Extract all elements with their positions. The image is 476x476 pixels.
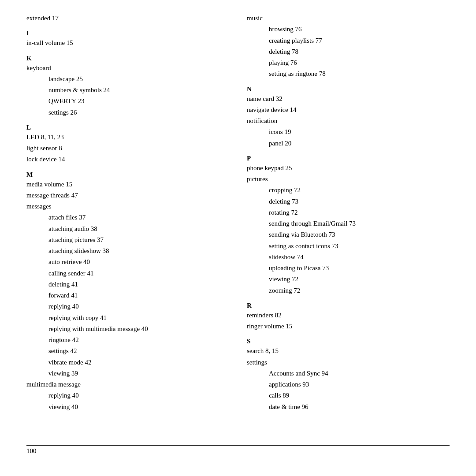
main-term: music — [247, 13, 450, 23]
page-container: extended 17Iin-call volume 15Kkeyboardla… — [0, 0, 476, 476]
sub-term: date & time 96 — [247, 402, 450, 412]
section-letter: N — [247, 86, 450, 93]
sub-term: ringtone 42 — [26, 335, 229, 345]
sub-term: vibrate mode 42 — [26, 357, 229, 368]
sub-term: sending via Bluetooth 73 — [247, 230, 450, 240]
sub-term: zooming 72 — [247, 286, 450, 296]
section-letter: M — [26, 171, 229, 178]
main-term: notification — [247, 116, 450, 126]
sub-term: replying with copy 41 — [26, 313, 229, 323]
sub-term: browsing 76 — [247, 24, 450, 34]
sub-term: replying 40 — [26, 301, 229, 312]
main-term: message threads 47 — [26, 190, 229, 201]
sub-term: setting as contact icons 73 — [247, 241, 450, 251]
sub-term: calls 89 — [247, 390, 450, 401]
sub-term: viewing 40 — [26, 402, 229, 412]
main-term: name card 32 — [247, 94, 450, 104]
sub-term: applications 93 — [247, 379, 450, 390]
right-column: musicbrowsing 76creating playlists 77del… — [242, 13, 450, 454]
main-term: multimedia message — [26, 379, 229, 390]
sub-term: viewing 39 — [26, 368, 229, 379]
main-term: navigate device 14 — [247, 105, 450, 115]
main-term: messages — [26, 201, 229, 212]
sub-term: attaching audio 38 — [26, 224, 229, 234]
main-term: settings — [247, 357, 450, 368]
page-number: 100 — [26, 447, 37, 454]
main-term: phone keypad 25 — [247, 163, 450, 173]
section-letter: K — [26, 55, 229, 62]
sub-term: icons 19 — [247, 127, 450, 137]
sub-term: QWERTY 23 — [26, 96, 229, 106]
main-term: LED 8, 11, 23 — [26, 132, 229, 142]
main-term: media volume 15 — [26, 179, 229, 190]
sub-term: attaching pictures 37 — [26, 235, 229, 245]
sub-term: playing 76 — [247, 58, 450, 68]
left-column: extended 17Iin-call volume 15Kkeyboardla… — [26, 13, 242, 454]
sub-term: attaching slideshow 38 — [26, 246, 229, 256]
sub-term: auto retrieve 40 — [26, 257, 229, 267]
sub-term: cropping 72 — [247, 185, 450, 195]
main-term: pictures — [247, 174, 450, 184]
sub-term: deleting 73 — [247, 197, 450, 207]
sub-term: forward 41 — [26, 290, 229, 301]
section-letter: P — [247, 155, 450, 162]
section-letter: R — [247, 302, 450, 309]
main-term: lock device 14 — [26, 154, 229, 164]
sub-term: settings 26 — [26, 108, 229, 118]
sub-term: settings 42 — [26, 346, 229, 356]
sub-term: landscape 25 — [26, 74, 229, 84]
main-term: in-call volume 15 — [26, 38, 229, 48]
sub-term: panel 20 — [247, 138, 450, 149]
main-term: search 8, 15 — [247, 346, 450, 356]
section-letter: S — [247, 338, 450, 345]
sub-term: numbers & symbols 24 — [26, 85, 229, 95]
main-term: reminders 82 — [247, 310, 450, 320]
sub-term: slideshow 74 — [247, 252, 450, 262]
sub-term: sending through Email/Gmail 73 — [247, 219, 450, 229]
sub-term: setting as ringtone 78 — [247, 69, 450, 79]
sub-term: viewing 72 — [247, 274, 450, 284]
section-letter: I — [26, 30, 229, 37]
sub-term: Accounts and Sync 94 — [247, 368, 450, 379]
sub-term: calling sender 41 — [26, 268, 229, 279]
sub-term: creating playlists 77 — [247, 36, 450, 46]
sub-term: deleting 41 — [26, 279, 229, 290]
main-term: extended 17 — [26, 13, 229, 23]
footer: 100 — [26, 445, 450, 455]
main-term: ringer volume 15 — [247, 321, 450, 331]
sub-term: uploading to Picasa 73 — [247, 263, 450, 273]
sub-term: replying 40 — [26, 390, 229, 401]
sub-term: attach files 37 — [26, 212, 229, 223]
sub-term: deleting 78 — [247, 47, 450, 57]
section-letter: L — [26, 124, 229, 131]
sub-term: replying with multimedia message 40 — [26, 324, 229, 334]
main-term: light sensor 8 — [26, 143, 229, 153]
main-term: keyboard — [26, 63, 229, 73]
sub-term: rotating 72 — [247, 208, 450, 218]
